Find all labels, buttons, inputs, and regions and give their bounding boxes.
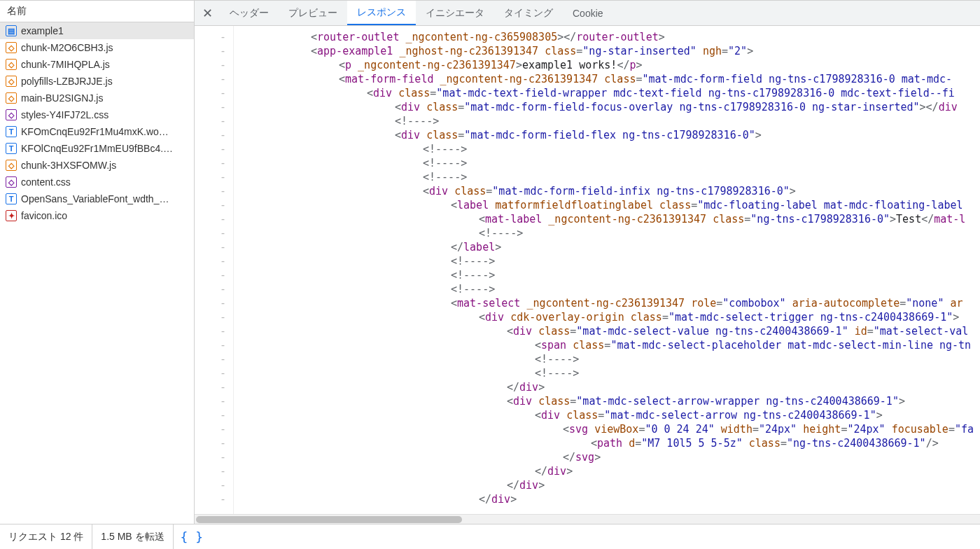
file-name: content.css: [21, 176, 71, 188]
code-content: <router-outlet _ngcontent-ng-c365908305>…: [234, 26, 980, 510]
line-gutter: ----------------------------------: [195, 26, 234, 514]
file-type-icon: ◇: [6, 42, 17, 53]
file-name: OpenSans_VariableFont_wdth_…: [21, 193, 169, 204]
file-type-icon: ◇: [6, 176, 17, 188]
file-item[interactable]: ◇styles-Y4IFJ72L.css: [0, 106, 194, 123]
tab[interactable]: タイミング: [494, 1, 563, 25]
file-type-icon: T: [6, 193, 17, 204]
file-item[interactable]: ◇polyfills-LZBJRJJE.js: [0, 73, 194, 90]
file-name: chunk-3HXSFOMW.js: [21, 160, 116, 171]
file-name: polyfills-LZBJRJJE.js: [21, 76, 113, 87]
sidebar-header: 名前: [0, 1, 194, 22]
file-item[interactable]: ▤example1: [0, 22, 194, 39]
tab[interactable]: ヘッダー: [220, 1, 279, 25]
file-type-icon: ✦: [6, 210, 17, 221]
file-name: example1: [21, 25, 64, 36]
file-name: chunk-M2O6CBH3.js: [21, 42, 113, 53]
network-sidebar: 名前 ▤example1◇chunk-M2O6CBH3.js◇chunk-7MI…: [0, 1, 195, 524]
file-item[interactable]: ◇chunk-M2O6CBH3.js: [0, 39, 194, 56]
file-type-icon: T: [6, 126, 17, 137]
file-item[interactable]: TKFOlCnqEu92Fr1MmEU9fBBc4.…: [0, 140, 194, 157]
file-name: main-BU2SIGNJ.js: [21, 92, 103, 104]
close-panel-button[interactable]: ✕: [195, 1, 220, 25]
file-item[interactable]: ✦favicon.ico: [0, 207, 194, 224]
tab[interactable]: イニシエータ: [416, 1, 494, 25]
response-panel: ✕ ヘッダープレビューレスポンスイニシエータタイミングCookie ------…: [195, 1, 980, 524]
status-transfer: 1.5 MB を転送: [92, 524, 173, 549]
file-type-icon: ◇: [6, 109, 17, 120]
code-scroll[interactable]: <router-outlet _ngcontent-ng-c365908305>…: [234, 26, 980, 514]
response-source-view[interactable]: ---------------------------------- <rout…: [195, 26, 980, 514]
scrollbar-thumb[interactable]: [196, 516, 462, 523]
file-name: favicon.ico: [21, 210, 67, 221]
file-item[interactable]: TKFOmCnqEu92Fr1Mu4mxK.wo…: [0, 123, 194, 140]
tab[interactable]: プレビュー: [279, 1, 347, 25]
tab[interactable]: Cookie: [563, 1, 613, 25]
file-name: styles-Y4IFJ72L.css: [21, 109, 108, 120]
file-item[interactable]: ◇main-BU2SIGNJ.js: [0, 90, 194, 106]
file-type-icon: ▤: [6, 25, 17, 36]
file-item[interactable]: TOpenSans_VariableFont_wdth_…: [0, 190, 194, 207]
file-name: KFOlCnqEu92Fr1MmEU9fBBc4.…: [21, 143, 173, 154]
close-icon: ✕: [202, 6, 213, 21]
file-type-icon: ◇: [6, 92, 17, 104]
file-type-icon: ◇: [6, 59, 17, 70]
file-item[interactable]: ◇content.css: [0, 174, 194, 190]
tab[interactable]: レスポンス: [347, 1, 416, 25]
file-type-icon: ◇: [6, 160, 17, 171]
file-list[interactable]: ▤example1◇chunk-M2O6CBH3.js◇chunk-7MIHQP…: [0, 22, 194, 524]
pretty-print-button[interactable]: { }: [174, 529, 211, 544]
file-type-icon: T: [6, 143, 17, 154]
tabbar: ✕ ヘッダープレビューレスポンスイニシエータタイミングCookie: [195, 1, 980, 26]
file-type-icon: ◇: [6, 76, 17, 87]
file-name: KFOmCnqEu92Fr1Mu4mxK.wo…: [21, 126, 169, 137]
status-requests: リクエスト 12 件: [0, 524, 92, 549]
file-item[interactable]: ◇chunk-7MIHQPLA.js: [0, 56, 194, 73]
status-bar: リクエスト 12 件 1.5 MB を転送 { }: [0, 524, 980, 549]
file-item[interactable]: ◇chunk-3HXSFOMW.js: [0, 157, 194, 174]
file-name: chunk-7MIHQPLA.js: [21, 59, 110, 70]
horizontal-scrollbar[interactable]: [195, 514, 980, 524]
